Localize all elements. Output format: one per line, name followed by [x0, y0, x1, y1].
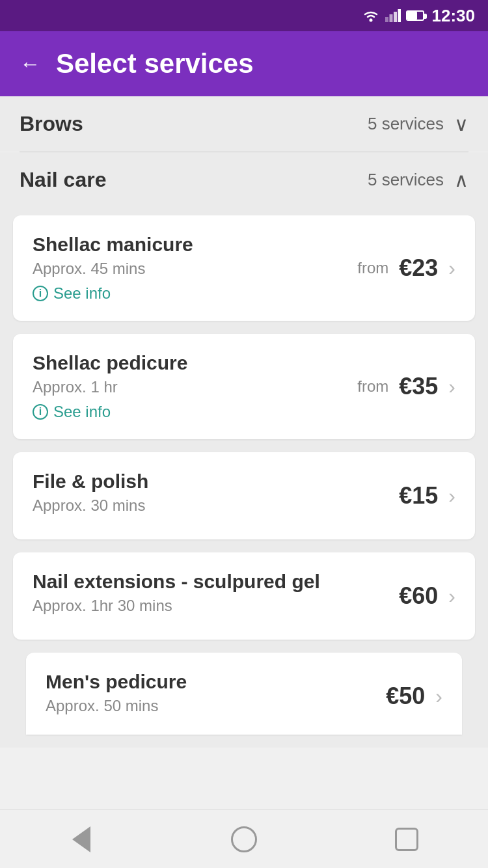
brows-chevron-down-icon: ∨ [454, 113, 468, 135]
shellac-pedicure-from-label: from [357, 377, 388, 396]
file-polish-name: File & polish [33, 470, 399, 493]
mens-pedicure-name: Men's pedicure [46, 671, 386, 693]
shellac-manicure-from-label: from [357, 259, 388, 277]
status-icons [362, 9, 424, 22]
nail-care-service-count: 5 services [368, 170, 444, 190]
back-button[interactable]: ← [20, 53, 40, 74]
shellac-manicure-chevron-right-icon: › [448, 256, 455, 280]
file-polish-card[interactable]: File & polish Approx. 30 mins €15 › [13, 452, 475, 539]
shellac-manicure-name: Shellac manicure [33, 234, 357, 256]
shellac-pedicure-see-info[interactable]: i See info [33, 403, 357, 421]
nail-extensions-price: €60 [399, 582, 438, 610]
shellac-pedicure-chevron-right-icon: › [448, 375, 455, 399]
shellac-manicure-info: Shellac manicure Approx. 45 mins i See i… [33, 234, 357, 303]
nail-extensions-price-area: €60 › [399, 582, 455, 610]
brows-section-right: 5 services ∨ [368, 113, 468, 135]
status-time: 12:30 [432, 6, 476, 26]
nail-care-section-title: Nail care [20, 168, 106, 192]
shellac-pedicure-price: €35 [399, 373, 438, 400]
nail-extensions-chevron-right-icon: › [448, 584, 455, 608]
shellac-pedicure-name: Shellac pedicure [33, 352, 357, 374]
svg-rect-4 [398, 9, 401, 22]
shellac-manicure-price: €23 [399, 254, 438, 282]
shellac-manicure-card[interactable]: Shellac manicure Approx. 45 mins i See i… [13, 215, 475, 321]
info-icon: i [33, 286, 48, 301]
wifi-icon [362, 9, 380, 22]
see-info-label: See info [53, 284, 111, 303]
file-polish-chevron-right-icon: › [448, 484, 455, 508]
svg-point-0 [369, 19, 372, 22]
svg-rect-2 [389, 14, 392, 22]
mens-pedicure-card[interactable]: Men's pedicure Approx. 50 mins €50 › [26, 653, 462, 735]
battery-icon [406, 10, 424, 21]
file-polish-info: File & polish Approx. 30 mins [33, 470, 399, 521]
brows-service-count: 5 services [368, 114, 444, 134]
nail-extensions-info: Nail extensions - sculpured gel Approx. … [33, 571, 399, 621]
brows-section-header[interactable]: Brows 5 services ∨ [0, 96, 488, 152]
nail-care-service-list: Shellac manicure Approx. 45 mins i See i… [0, 208, 488, 748]
mens-pedicure-duration: Approx. 50 mins [46, 697, 386, 715]
svg-rect-1 [385, 17, 388, 22]
shellac-pedicure-price-area: from €35 › [357, 373, 455, 400]
bottom-nav [0, 809, 488, 868]
file-polish-duration: Approx. 30 mins [33, 496, 399, 515]
page-header: ← Select services [0, 31, 488, 96]
page-title: Select services [56, 48, 254, 79]
mens-pedicure-price: €50 [386, 683, 425, 710]
mens-pedicure-info: Men's pedicure Approx. 50 mins [46, 671, 386, 722]
home-nav-icon [231, 826, 257, 852]
back-nav-icon [72, 826, 90, 852]
info-icon: i [33, 404, 48, 420]
mens-pedicure-price-area: €50 › [386, 683, 442, 710]
brows-section-title: Brows [20, 112, 83, 136]
shellac-pedicure-info: Shellac pedicure Approx. 1 hr i See info [33, 352, 357, 421]
nav-home-button[interactable] [224, 820, 264, 859]
shellac-manicure-price-area: from €23 › [357, 254, 455, 282]
nail-extensions-card[interactable]: Nail extensions - sculpured gel Approx. … [13, 552, 475, 640]
nav-recent-button[interactable] [387, 820, 426, 859]
nail-extensions-name: Nail extensions - sculpured gel [33, 571, 399, 593]
file-polish-price: €15 [399, 482, 438, 509]
shellac-pedicure-duration: Approx. 1 hr [33, 378, 357, 396]
shellac-pedicure-card[interactable]: Shellac pedicure Approx. 1 hr i See info… [13, 334, 475, 439]
mens-pedicure-chevron-right-icon: › [435, 685, 442, 709]
signal-icon [385, 9, 401, 22]
nail-care-section-right: 5 services ∧ [368, 169, 468, 191]
status-bar: 12:30 [0, 0, 488, 31]
shellac-manicure-see-info[interactable]: i See info [33, 284, 357, 303]
nail-care-chevron-up-icon: ∧ [454, 169, 468, 191]
see-info-label: See info [53, 403, 111, 421]
nav-back-button[interactable] [62, 820, 101, 859]
file-polish-price-area: €15 › [399, 482, 455, 509]
shellac-manicure-duration: Approx. 45 mins [33, 260, 357, 278]
recent-nav-icon [395, 828, 418, 851]
nail-extensions-duration: Approx. 1hr 30 mins [33, 597, 399, 615]
svg-rect-3 [394, 12, 397, 22]
nail-care-section-header[interactable]: Nail care 5 services ∧ [0, 152, 488, 208]
